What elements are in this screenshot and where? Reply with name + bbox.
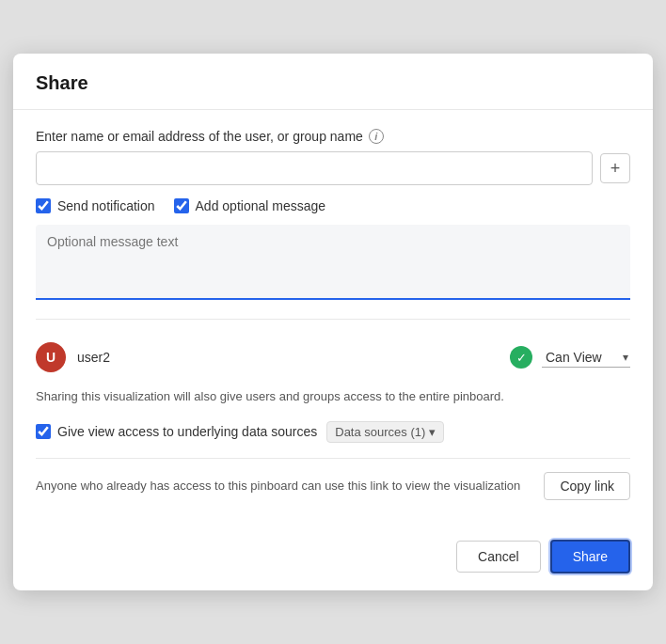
input-row: + <box>36 151 630 185</box>
optional-message-textarea[interactable] <box>36 225 630 300</box>
info-icon: i <box>369 129 384 144</box>
add-optional-message-label: Add optional message <box>196 198 326 213</box>
dialog-header: Share <box>13 54 653 110</box>
data-sources-label: Give view access to underlying data sour… <box>57 424 317 439</box>
dialog-body: Enter name or email address of the user,… <box>13 110 653 526</box>
user-check-icon: ✓ <box>510 346 532 369</box>
user-actions: ✓ Can View Can Edit Full Access <box>510 346 630 369</box>
copy-link-section: Anyone who already has access to this pi… <box>36 458 630 508</box>
add-optional-message-checkbox-label[interactable]: Add optional message <box>174 198 326 213</box>
dialog-footer: Cancel Share <box>13 526 653 590</box>
user-avatar: U <box>36 342 66 372</box>
share-button[interactable]: Share <box>550 540 630 573</box>
user-row: U user2 ✓ Can View Can Edit Full Access <box>36 335 630 380</box>
section-divider <box>36 319 630 320</box>
cancel-button[interactable]: Cancel <box>456 541 541 573</box>
permission-select[interactable]: Can View Can Edit Full Access <box>542 348 630 368</box>
pinboard-info-text: Sharing this visualization will also giv… <box>36 387 630 406</box>
copy-link-button[interactable]: Copy link <box>544 472 630 500</box>
name-email-input[interactable] <box>36 151 593 185</box>
data-sources-section: Give view access to underlying data sour… <box>36 421 630 443</box>
send-notification-label: Send notification <box>57 198 155 213</box>
data-sources-checkbox[interactable] <box>36 424 51 439</box>
data-sources-checkbox-label[interactable]: Give view access to underlying data sour… <box>36 424 317 439</box>
add-optional-message-checkbox[interactable] <box>174 198 189 213</box>
data-sources-chevron-icon: ▾ <box>429 425 436 439</box>
input-label: Enter name or email address of the user,… <box>36 129 630 144</box>
permission-wrapper: Can View Can Edit Full Access <box>542 348 630 368</box>
user-name: user2 <box>77 350 499 365</box>
dialog-title: Share <box>36 72 630 94</box>
copy-link-text: Anyone who already has access to this pi… <box>36 478 532 495</box>
input-label-text: Enter name or email address of the user,… <box>36 129 363 144</box>
send-notification-checkbox-label[interactable]: Send notification <box>36 198 155 213</box>
input-section: Enter name or email address of the user,… <box>36 129 630 185</box>
share-dialog: Share Enter name or email address of the… <box>13 54 653 590</box>
checkbox-row: Send notification Add optional message <box>36 198 630 213</box>
data-sources-button[interactable]: Data sources (1) ▾ <box>326 421 444 443</box>
add-user-button[interactable]: + <box>600 153 630 183</box>
data-sources-button-label: Data sources (1) <box>335 425 425 439</box>
send-notification-checkbox[interactable] <box>36 198 51 213</box>
